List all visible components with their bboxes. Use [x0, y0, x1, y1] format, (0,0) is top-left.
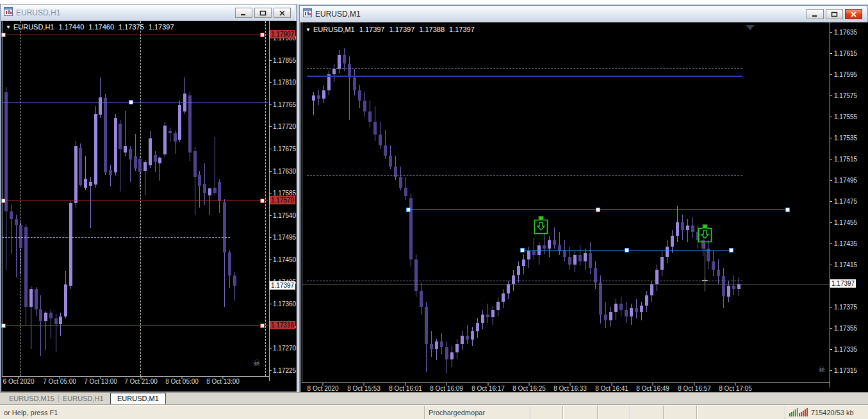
candle [635, 308, 638, 313]
symbol-dropdown-icon[interactable]: ▼ [306, 27, 311, 33]
candle [476, 323, 479, 331]
line-handle[interactable] [260, 33, 265, 37]
minimize-button[interactable] [807, 9, 824, 19]
x-axis-label: 8 Oct 16:09 [430, 385, 463, 392]
candle [4, 92, 8, 211]
candle [138, 159, 142, 172]
y-axis-label: 1.17415 [834, 261, 857, 268]
y-axis-label: 1.17575 [834, 92, 857, 99]
sell-arrow-icon[interactable] [698, 224, 712, 245]
line-handle[interactable] [129, 100, 133, 104]
line-handle[interactable] [729, 248, 733, 252]
candle [149, 138, 152, 165]
candle [163, 126, 167, 154]
horizontal-line[interactable] [2, 325, 268, 326]
line-handle[interactable] [1, 199, 6, 203]
day-separator-line [20, 21, 20, 376]
candle [233, 275, 236, 286]
candle [589, 253, 592, 268]
tab-eurusd-m1[interactable]: EURUSD,M1 [110, 393, 166, 405]
window-title: EURUSD,M1 [315, 10, 807, 19]
candle [666, 247, 669, 258]
line-handle[interactable] [260, 199, 265, 203]
candle [584, 253, 587, 261]
candle [368, 111, 372, 122]
x-axis-label: 8 Oct 13:00 [206, 378, 240, 385]
chart-plot-eurusd-h1[interactable]: 1.179071.175701.173161.179001.178551.178… [1, 21, 297, 391]
candle [218, 182, 221, 201]
y-axis-label: 1.17855 [273, 57, 296, 64]
candle-wick [467, 325, 468, 344]
candle [134, 156, 137, 168]
close-button[interactable] [845, 9, 862, 19]
tab-eurusd-h1[interactable]: EURUSD,H1 [63, 395, 104, 402]
candle [89, 182, 92, 186]
chart-plot-eurusd-m1[interactable]: 1.176351.176151.175951.175751.175551.175… [300, 22, 868, 398]
y-axis-tick [269, 82, 272, 83]
line-handle[interactable] [785, 208, 790, 212]
y-axis-label: 1.17375 [834, 304, 857, 311]
y-axis-tick [830, 243, 832, 244]
line-handle[interactable] [1, 324, 6, 328]
candle [119, 124, 122, 149]
horizontal-line[interactable] [2, 201, 268, 201]
x-axis-label: 7 Oct 13:00 [84, 378, 117, 385]
candle [312, 95, 315, 101]
ohlc-header: ▼EURUSD,M11.173971.173971.173881.17397 [306, 26, 475, 33]
y-axis-label: 1.17810 [273, 79, 296, 86]
candle [420, 291, 423, 307]
candle [609, 312, 612, 320]
candle [732, 286, 735, 289]
candle [681, 222, 684, 230]
x-axis-label: 8 Oct 16:01 [389, 385, 422, 392]
header-close: 1.17397 [149, 23, 174, 31]
candle [722, 276, 725, 296]
candle [208, 188, 211, 195]
horizontal-line[interactable] [307, 76, 742, 77]
candle [425, 307, 428, 344]
maximize-button[interactable] [826, 9, 843, 19]
header-symbol: EURUSD,H1 [13, 23, 54, 31]
tab-eurusd-m15[interactable]: EURUSD,M15 [9, 395, 54, 402]
window-titlebar[interactable]: EURUSD,M1 [300, 6, 867, 22]
candle-wick [487, 304, 488, 323]
candle [29, 289, 33, 307]
candle [10, 211, 13, 219]
candle [435, 341, 438, 349]
y-axis-tick [830, 32, 832, 33]
line-handle[interactable] [625, 248, 629, 252]
y-axis-label: 1.17515 [834, 156, 857, 163]
price-label-red: 1.17907 [270, 30, 295, 38]
y-axis-tick [269, 126, 272, 127]
candle [563, 251, 566, 258]
line-handle[interactable] [260, 324, 265, 328]
y-axis-label: 1.17225 [273, 367, 296, 374]
line-handle[interactable] [520, 248, 525, 252]
candle [660, 257, 664, 270]
horizontal-line[interactable] [2, 35, 268, 35]
y-axis-tick [269, 215, 272, 216]
y-axis-label: 1.17495 [273, 234, 296, 241]
candle [213, 188, 217, 193]
window-titlebar[interactable]: EURUSD,H1 [1, 5, 295, 21]
candle [379, 135, 382, 145]
candle [188, 95, 192, 152]
candle [317, 95, 320, 99]
symbol-dropdown-icon[interactable]: ▼ [6, 24, 11, 30]
candle [625, 310, 628, 316]
line-handle[interactable] [406, 208, 411, 212]
x-axis-label: 8 Oct 16:49 [636, 385, 669, 392]
line-handle[interactable] [1, 33, 6, 37]
candle [203, 184, 206, 193]
horizontal-line [307, 68, 742, 69]
skull-icon: ☠ [818, 365, 826, 374]
y-axis-tick [830, 74, 832, 75]
y-axis-label: 1.17555 [834, 113, 857, 120]
maximize-button[interactable] [254, 8, 272, 18]
candle [461, 336, 464, 344]
minimize-button[interactable] [235, 8, 252, 18]
horizontal-line[interactable] [2, 102, 268, 103]
sell-arrow-icon[interactable] [534, 216, 548, 237]
close-button[interactable] [274, 8, 291, 18]
line-handle[interactable] [596, 208, 600, 212]
